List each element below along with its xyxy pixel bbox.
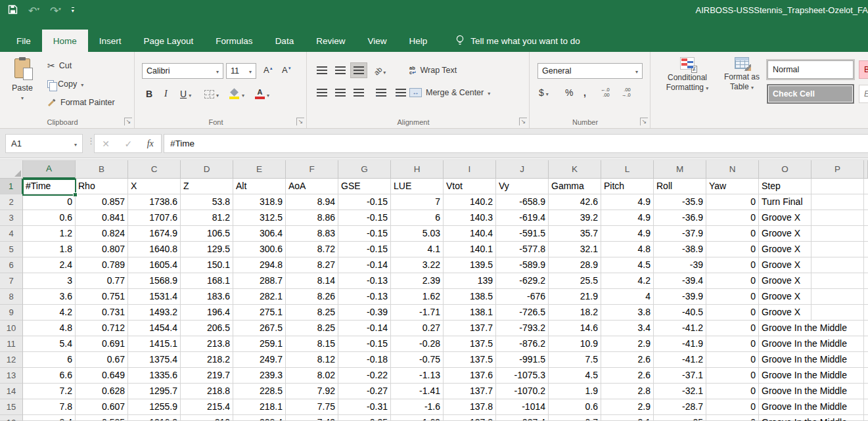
- cell-D8[interactable]: 183.6: [181, 289, 233, 305]
- cell-C13[interactable]: 1335.6: [128, 368, 181, 384]
- cell-A6[interactable]: 2.4: [23, 257, 76, 273]
- select-all-corner[interactable]: [0, 160, 23, 179]
- cell-M11[interactable]: -41.9: [654, 336, 706, 352]
- row-header-14[interactable]: 14: [0, 384, 23, 399]
- cell-L2[interactable]: 4.9: [601, 194, 654, 210]
- cell-K3[interactable]: 39.2: [549, 210, 601, 226]
- cell-D1[interactable]: Z: [181, 179, 233, 194]
- cell-N6[interactable]: 0: [706, 257, 759, 273]
- cell-O15[interactable]: Groove In the Middle: [759, 399, 811, 415]
- cell-N2[interactable]: 0: [706, 194, 759, 210]
- cell-B2[interactable]: 0.857: [76, 194, 128, 210]
- cell-O11[interactable]: Groove In the Middle: [759, 336, 811, 352]
- col-header-I[interactable]: I: [444, 160, 496, 179]
- save-icon[interactable]: [8, 5, 18, 17]
- row-header-13[interactable]: 13: [0, 368, 23, 384]
- cell-F16[interactable]: 7.43: [286, 415, 338, 421]
- cell-H15[interactable]: -1.6: [391, 399, 444, 415]
- cell-L4[interactable]: 4.9: [601, 226, 654, 242]
- formula-input[interactable]: #Time: [164, 134, 868, 153]
- cell-K1[interactable]: Gamma: [549, 179, 601, 194]
- cell-A16[interactable]: 8.4: [23, 415, 76, 421]
- cell-H12[interactable]: -0.75: [391, 352, 444, 368]
- cell-I11[interactable]: 137.5: [444, 336, 496, 352]
- cell-I16[interactable]: 137.8: [444, 415, 496, 421]
- col-header-N[interactable]: N: [706, 160, 759, 179]
- row-header-5[interactable]: 5: [0, 242, 23, 257]
- bottom-align-button[interactable]: [350, 62, 367, 78]
- cell-G4[interactable]: -0.15: [338, 226, 391, 242]
- cell-G16[interactable]: -0.35: [338, 415, 391, 421]
- increase-decimal-button[interactable]: ←.0 .00: [601, 85, 610, 100]
- row-header-10[interactable]: 10: [0, 321, 23, 336]
- merge-center-button[interactable]: Merge & Center: [409, 85, 490, 100]
- col-header-A[interactable]: A: [23, 160, 76, 179]
- clipboard-dialog-launcher[interactable]: ↘: [124, 118, 132, 125]
- cell-F15[interactable]: 7.75: [286, 399, 338, 415]
- cell-O3[interactable]: Groove X: [759, 210, 811, 226]
- tab-formulas[interactable]: Formulas: [204, 30, 263, 52]
- cell-J5[interactable]: -577.8: [496, 242, 549, 257]
- customize-quick-access-toolbar-icon[interactable]: ▾: [72, 7, 74, 14]
- cell-E12[interactable]: 249.7: [233, 352, 286, 368]
- row-header-2[interactable]: 2: [0, 194, 23, 210]
- cell-L9[interactable]: 3.8: [601, 305, 654, 321]
- cell-O10[interactable]: Groove In the Middle: [759, 321, 811, 336]
- cell-G14[interactable]: -0.27: [338, 384, 391, 399]
- cell-C5[interactable]: 1640.8: [128, 242, 181, 257]
- cell-B1[interactable]: Rho: [76, 179, 128, 194]
- cell-I15[interactable]: 137.8: [444, 399, 496, 415]
- cell-A3[interactable]: 0.6: [23, 210, 76, 226]
- cell-F13[interactable]: 8.02: [286, 368, 338, 384]
- col-header-D[interactable]: D: [181, 160, 233, 179]
- cell-G10[interactable]: -0.14: [338, 321, 391, 336]
- enter-icon[interactable]: ✓: [124, 139, 132, 149]
- cell-L11[interactable]: 2.9: [601, 336, 654, 352]
- cell-L3[interactable]: 4.9: [601, 210, 654, 226]
- align-right-button[interactable]: [350, 85, 367, 100]
- cell-C2[interactable]: 1738.6: [128, 194, 181, 210]
- cell-M2[interactable]: -35.9: [654, 194, 706, 210]
- cell-K14[interactable]: 1.9: [549, 384, 601, 399]
- borders-button[interactable]: [204, 86, 219, 102]
- cell-J8[interactable]: -676: [496, 289, 549, 305]
- cell-O2[interactable]: Turn Final: [759, 194, 811, 210]
- cell-B10[interactable]: 0.712: [76, 321, 128, 336]
- font-name-select[interactable]: Calibri: [142, 63, 223, 79]
- cell-L7[interactable]: 4.2: [601, 273, 654, 289]
- cell-F9[interactable]: 8.25: [286, 305, 338, 321]
- cell-P9[interactable]: [811, 305, 864, 321]
- cell-I2[interactable]: 140.2: [444, 194, 496, 210]
- cell-P7[interactable]: [811, 273, 864, 289]
- cell-I14[interactable]: 137.7: [444, 384, 496, 399]
- accounting-format-button[interactable]: $: [539, 85, 549, 100]
- cell-E6[interactable]: 294.8: [233, 257, 286, 273]
- cell-K13[interactable]: 4.5: [549, 368, 601, 384]
- cell-C6[interactable]: 1605.4: [128, 257, 181, 273]
- cell-N14[interactable]: 0: [706, 384, 759, 399]
- col-header-O[interactable]: O: [759, 160, 811, 179]
- cell-K15[interactable]: 0.6: [549, 399, 601, 415]
- cell-D7[interactable]: 168.1: [181, 273, 233, 289]
- cell-D9[interactable]: 196.4: [181, 305, 233, 321]
- col-header-P[interactable]: P: [811, 160, 864, 179]
- cell-B5[interactable]: 0.807: [76, 242, 128, 257]
- cell-M15[interactable]: -28.7: [654, 399, 706, 415]
- tab-home[interactable]: Home: [42, 30, 88, 52]
- cell-L14[interactable]: 2.8: [601, 384, 654, 399]
- orientation-button[interactable]: [374, 65, 386, 77]
- cell-A9[interactable]: 4.2: [23, 305, 76, 321]
- cell-B7[interactable]: 0.77: [76, 273, 128, 289]
- tab-page-layout[interactable]: Page Layout: [133, 30, 205, 52]
- cell-L12[interactable]: 2.6: [601, 352, 654, 368]
- cell-G1[interactable]: GSE: [338, 179, 391, 194]
- percent-style-button[interactable]: %: [565, 85, 573, 100]
- cell-C15[interactable]: 1255.9: [128, 399, 181, 415]
- cell-P1[interactable]: [811, 179, 864, 194]
- cell-H14[interactable]: -1.41: [391, 384, 444, 399]
- row-header-16[interactable]: 16: [0, 415, 23, 421]
- cell-J6[interactable]: -589.9: [496, 257, 549, 273]
- row-header-6[interactable]: 6: [0, 257, 23, 273]
- cell-N5[interactable]: 0: [706, 242, 759, 257]
- cell-J4[interactable]: -591.5: [496, 226, 549, 242]
